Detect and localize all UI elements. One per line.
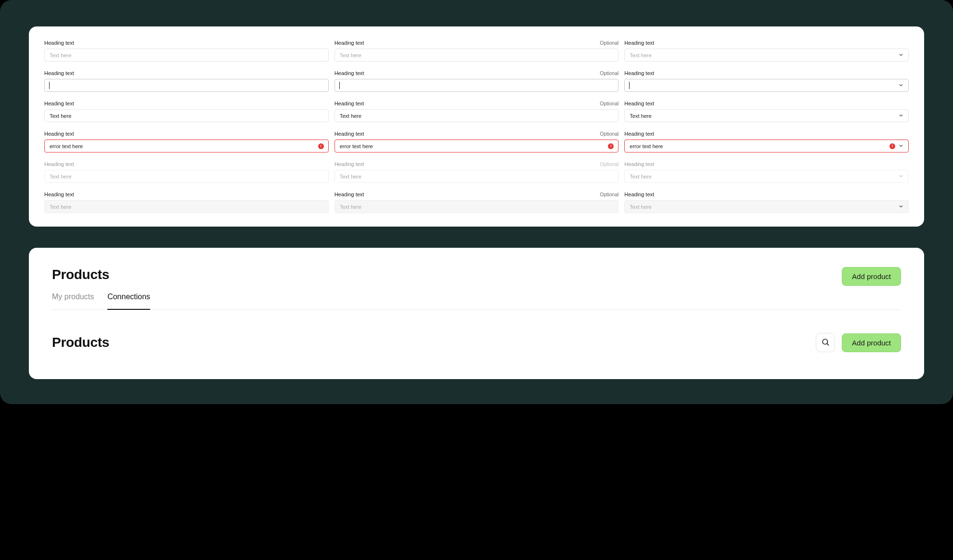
field-label: Heading text bbox=[44, 101, 74, 106]
select-input[interactable] bbox=[624, 49, 909, 62]
field-label: Heading text bbox=[335, 131, 364, 137]
field-label: Heading text bbox=[624, 70, 654, 76]
text-input[interactable] bbox=[44, 79, 329, 92]
tabs: My products Connections bbox=[52, 293, 901, 310]
tab-connections[interactable]: Connections bbox=[107, 293, 150, 310]
select-input[interactable] bbox=[624, 140, 909, 153]
search-button[interactable] bbox=[816, 333, 835, 352]
field-label: Heading text bbox=[624, 40, 654, 46]
form-panel: Heading text Heading text Optional Headi… bbox=[29, 26, 924, 227]
text-input[interactable] bbox=[335, 79, 619, 92]
form-row: Heading text Heading text Optional Headi… bbox=[44, 191, 909, 213]
select-input bbox=[624, 200, 909, 213]
text-input[interactable] bbox=[44, 49, 329, 62]
error-icon: ! bbox=[318, 143, 324, 149]
error-icon: ! bbox=[608, 143, 614, 149]
form-row: Heading text Heading text Optional Headi… bbox=[44, 40, 909, 62]
optional-label: Optional bbox=[600, 161, 618, 167]
text-input bbox=[335, 200, 619, 213]
form-row: Heading text Heading text Optional Headi… bbox=[44, 101, 909, 122]
field-label: Heading text bbox=[335, 101, 364, 106]
field-label: Heading text bbox=[44, 40, 74, 46]
tab-my-products[interactable]: My products bbox=[52, 293, 94, 310]
select-input bbox=[624, 170, 909, 183]
add-product-button[interactable]: Add product bbox=[842, 333, 901, 352]
add-product-button[interactable]: Add product bbox=[842, 267, 901, 286]
field-label: Heading text bbox=[335, 191, 364, 197]
text-input[interactable] bbox=[335, 109, 619, 122]
select-input[interactable] bbox=[624, 109, 909, 122]
text-input[interactable] bbox=[335, 140, 619, 153]
field-label: Heading text bbox=[624, 191, 654, 197]
form-row: Heading text Heading text Optional Headi… bbox=[44, 161, 909, 183]
text-input bbox=[335, 170, 619, 183]
optional-label: Optional bbox=[600, 70, 618, 76]
search-icon bbox=[821, 338, 830, 348]
text-input[interactable] bbox=[335, 49, 619, 62]
optional-label: Optional bbox=[600, 191, 618, 197]
error-icon: ! bbox=[889, 143, 895, 149]
field-label: Heading text bbox=[44, 70, 74, 76]
page-title: Products bbox=[52, 335, 109, 350]
text-input bbox=[44, 200, 329, 213]
field-label: Heading text bbox=[44, 191, 74, 197]
optional-label: Optional bbox=[600, 131, 618, 137]
products-panel: Products Add product My products Connect… bbox=[29, 248, 924, 379]
field-label: Heading text bbox=[44, 161, 74, 167]
field-label: Heading text bbox=[44, 131, 74, 137]
optional-label: Optional bbox=[600, 40, 618, 46]
field-label: Heading text bbox=[335, 70, 364, 76]
text-input[interactable] bbox=[44, 140, 329, 153]
field-label: Heading text bbox=[335, 40, 364, 46]
field-label: Heading text bbox=[335, 161, 364, 167]
select-input[interactable] bbox=[624, 79, 909, 92]
optional-label: Optional bbox=[600, 101, 618, 106]
text-input bbox=[44, 170, 329, 183]
field-label: Heading text bbox=[624, 101, 654, 106]
text-input[interactable] bbox=[44, 109, 329, 122]
field-label: Heading text bbox=[624, 131, 654, 137]
page-title: Products bbox=[52, 267, 109, 282]
field-label: Heading text bbox=[624, 161, 654, 167]
form-row: Heading text Heading text Optional Headi… bbox=[44, 70, 909, 92]
svg-line-1 bbox=[827, 344, 829, 345]
form-row: Heading text ! Heading text Optional ! H… bbox=[44, 131, 909, 153]
